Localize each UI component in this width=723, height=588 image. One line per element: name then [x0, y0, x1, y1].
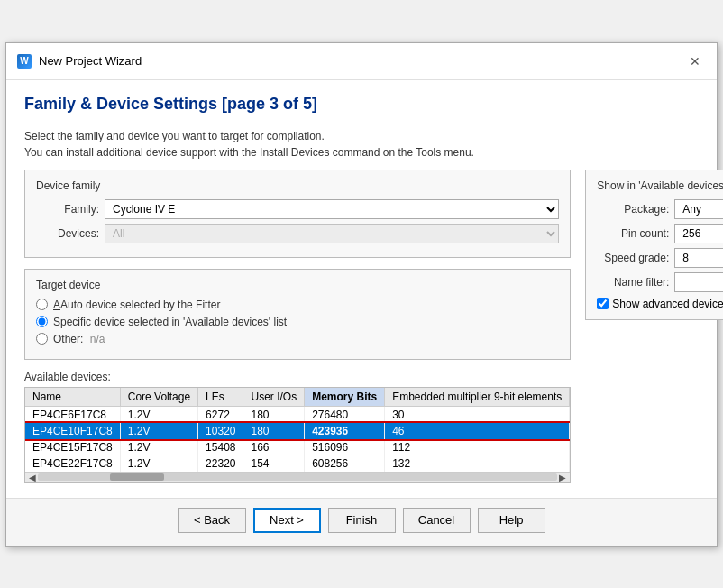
cancel-button[interactable]: Cancel — [403, 508, 471, 533]
show-advanced-text: Show advanced devices — [612, 298, 723, 310]
main-content: Device family Family: Cyclone IV E Devic… — [24, 170, 699, 483]
title-bar-left: W New Project Wizard — [17, 54, 142, 69]
radio-auto[interactable] — [36, 299, 48, 310]
family-select[interactable]: Cyclone IV E — [105, 199, 559, 219]
scroll-right-icon[interactable]: ▶ — [557, 473, 568, 482]
pincount-select[interactable]: 256 — [674, 224, 723, 243]
col-memory-bits: Memory Bits — [305, 388, 385, 407]
table-row[interactable]: EP4CE15F17C81.2V15408166516096112 — [25, 439, 570, 455]
table-cell: 112 — [385, 439, 570, 455]
desc-line1: Select the family and device you want to… — [24, 128, 699, 144]
available-devices-label: Available devices: — [24, 371, 571, 383]
page-title: Family & Device Settings [page 3 of 5] — [24, 95, 699, 114]
family-row: Family: Cyclone IV E — [36, 199, 559, 219]
devices-label: Devices: — [36, 227, 99, 240]
target-device-label: Target device — [36, 279, 559, 291]
radio-specific-label: Specific device selected in 'Available d… — [53, 316, 287, 328]
radio-auto-label: AAuto device selected by the Fitter — [53, 299, 220, 311]
table-row[interactable]: EP4CE22F17C81.2V22320154608256132 — [25, 455, 570, 472]
show-advanced-checkbox[interactable] — [597, 298, 609, 309]
table-row[interactable]: EP4CE10F17C81.2V1032018042393646 — [25, 423, 570, 439]
dialog-window: W New Project Wizard ✕ Family & Device S… — [5, 42, 718, 547]
description: Select the family and device you want to… — [24, 128, 699, 161]
device-table-body: EP4CE6F17C81.2V627218027648030EP4CE10F17… — [25, 406, 570, 472]
table-cell: 10320 — [198, 423, 243, 439]
radio-other-row: Other: n/a — [36, 333, 559, 345]
title-bar: W New Project Wizard ✕ — [6, 43, 717, 80]
table-cell: 276480 — [305, 406, 385, 423]
table-cell: 22320 — [198, 455, 243, 472]
devices-table-wrapper[interactable]: Name Core Voltage LEs User I/Os Memory B… — [24, 387, 571, 483]
table-cell: EP4CE15F17C8 — [25, 439, 120, 455]
finish-button[interactable]: Finish — [328, 508, 396, 533]
left-panel: Device family Family: Cyclone IV E Devic… — [24, 170, 571, 483]
devices-row: Devices: All — [36, 224, 559, 243]
back-button[interactable]: < Back — [178, 508, 246, 533]
table-cell: 423936 — [305, 423, 385, 439]
table-cell: 1.2V — [120, 406, 197, 423]
col-les: LEs — [198, 388, 243, 407]
table-cell: 1.2V — [120, 439, 197, 455]
table-header-row: Name Core Voltage LEs User I/Os Memory B… — [25, 388, 570, 407]
device-family-section: Device family Family: Cyclone IV E Devic… — [24, 170, 571, 258]
show-available-label: Show in 'Available devices' list — [597, 179, 723, 192]
next-button[interactable]: Next > — [253, 508, 321, 533]
table-cell: 1.2V — [120, 455, 197, 472]
table-cell: 1.2V — [120, 423, 197, 439]
devices-table: Name Core Voltage LEs User I/Os Memory B… — [25, 388, 570, 472]
package-select[interactable]: Any — [674, 199, 723, 219]
name-filter-input[interactable] — [674, 272, 723, 292]
table-cell: EP4CE22F17C8 — [25, 455, 120, 472]
dialog-body: Family & Device Settings [page 3 of 5] S… — [6, 80, 717, 498]
show-advanced-row: Show advanced devices — [597, 298, 723, 310]
show-advanced-checkbox-label: Show advanced devices — [597, 298, 723, 310]
device-family-label: Device family — [36, 179, 559, 192]
family-label: Family: — [36, 203, 99, 216]
radio-specific[interactable] — [36, 316, 48, 327]
horizontal-scrollbar[interactable]: ◀ ▶ — [25, 472, 570, 482]
table-cell: 46 — [385, 423, 570, 439]
table-cell: 6272 — [198, 406, 243, 423]
right-panel: Show in 'Available devices' list Package… — [585, 170, 723, 483]
available-devices-section: Available devices: Name Core Voltage LEs… — [24, 371, 571, 483]
radio-other-label: Other: n/a — [53, 333, 105, 345]
name-filter-row: Name filter: — [597, 272, 723, 292]
target-device-section: Target device AAuto device selected by t… — [24, 269, 571, 360]
speed-row: Speed grade: 8 — [597, 248, 723, 268]
pincount-row: Pin count: 256 — [597, 224, 723, 243]
close-button[interactable]: ✕ — [684, 51, 706, 72]
col-embedded: Embedded multiplier 9-bit elements — [385, 388, 570, 407]
table-cell: 180 — [243, 423, 305, 439]
show-available-section: Show in 'Available devices' list Package… — [585, 170, 723, 320]
name-filter-label: Name filter: — [597, 276, 669, 289]
table-cell: 132 — [385, 455, 570, 472]
radio-specific-row: Specific device selected in 'Available d… — [36, 316, 559, 328]
wizard-icon: W — [17, 54, 32, 69]
scroll-left-icon[interactable]: ◀ — [27, 473, 38, 482]
package-label: Package: — [597, 203, 669, 216]
radio-other[interactable] — [36, 333, 48, 345]
table-cell: EP4CE6F17C8 — [25, 406, 120, 423]
table-cell: 608256 — [305, 455, 385, 472]
col-user-ios: User I/Os — [243, 388, 305, 407]
table-cell: 15408 — [198, 439, 243, 455]
table-cell: 516096 — [305, 439, 385, 455]
col-core-voltage: Core Voltage — [120, 388, 197, 407]
table-cell: 166 — [243, 439, 305, 455]
dialog-footer: < Back Next > Finish Cancel Help — [6, 498, 717, 546]
devices-select[interactable]: All — [105, 224, 559, 243]
speed-label: Speed grade: — [597, 252, 669, 264]
package-row: Package: Any — [597, 199, 723, 219]
scrollbar-thumb[interactable] — [110, 473, 164, 481]
radio-auto-row: AAuto device selected by the Fitter — [36, 299, 559, 311]
table-cell: 30 — [385, 406, 570, 423]
help-button[interactable]: Help — [478, 508, 545, 533]
scrollbar-track[interactable] — [38, 473, 557, 481]
speed-select[interactable]: 8 — [674, 248, 723, 268]
pincount-label: Pin count: — [597, 227, 669, 240]
dialog-title: New Project Wizard — [39, 54, 142, 68]
table-cell: 180 — [243, 406, 305, 423]
desc-line2: You can install additional device suppor… — [24, 144, 699, 161]
col-name: Name — [25, 388, 120, 407]
table-row[interactable]: EP4CE6F17C81.2V627218027648030 — [25, 406, 570, 423]
